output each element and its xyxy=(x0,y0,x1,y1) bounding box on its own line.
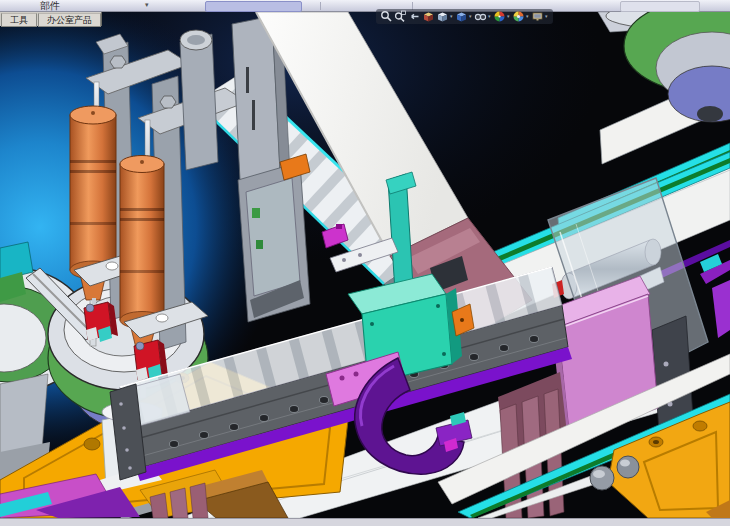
dropdown-caret-icon[interactable]: ▾ xyxy=(469,10,473,23)
edit-appearance-icon[interactable] xyxy=(493,10,506,23)
dropdown-caret-icon[interactable]: ▾ xyxy=(450,10,454,23)
dropdown-caret-icon[interactable]: ▾ xyxy=(145,1,149,9)
section-view-icon[interactable] xyxy=(422,10,435,23)
toolbar-segment xyxy=(620,1,700,12)
heads-up-view-toolbar: ▾ ▾ ▾ ▾ ▾ ▾ xyxy=(376,9,553,24)
tab-office-products[interactable]: 办公室产品 xyxy=(38,13,101,27)
apply-scene-icon[interactable] xyxy=(512,10,525,23)
view-orientation-icon[interactable] xyxy=(436,10,449,23)
active-toolbar-button[interactable] xyxy=(205,1,302,12)
toolbar-separator xyxy=(320,2,321,10)
view-settings-icon[interactable] xyxy=(531,10,544,23)
zoom-area-icon[interactable] xyxy=(394,10,407,23)
dropdown-caret-icon[interactable]: ▾ xyxy=(526,10,530,23)
command-toolbar: 部件 ▾ ▾ xyxy=(0,0,730,12)
previous-view-icon[interactable] xyxy=(408,10,421,23)
status-bar xyxy=(0,518,730,526)
solidworks-window: 部件 ▾ ▾ 工具 办公室产品 xyxy=(0,0,730,526)
zoom-fit-icon[interactable] xyxy=(380,10,393,23)
commandmanager-tabs: 工具 办公室产品 xyxy=(0,12,102,26)
dropdown-caret-icon[interactable]: ▾ xyxy=(545,10,549,23)
viewport-3d[interactable] xyxy=(0,12,730,518)
dropdown-caret-icon[interactable]: ▾ xyxy=(507,10,511,23)
dropdown-caret-icon[interactable]: ▾ xyxy=(488,10,492,23)
display-style-icon[interactable] xyxy=(455,10,468,23)
hide-show-items-icon[interactable] xyxy=(474,10,487,23)
tab-tools[interactable]: 工具 xyxy=(1,13,37,27)
